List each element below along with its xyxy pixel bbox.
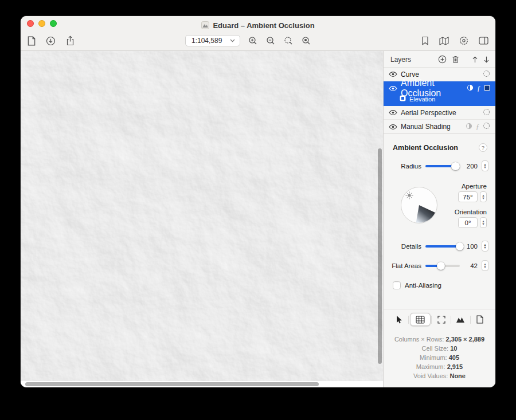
move-layer-down-button[interactable] (483, 56, 490, 64)
zoom-fit-icon (284, 36, 293, 45)
inspector-title: Ambient Occlusion (393, 144, 458, 152)
aperture-stepper[interactable]: ▲▼ (480, 191, 487, 202)
chevron-down-icon (230, 39, 235, 42)
histogram-button[interactable] (452, 313, 469, 326)
new-document-button[interactable] (28, 36, 36, 46)
orientation-stepper[interactable]: ▲▼ (480, 217, 487, 228)
details-slider[interactable] (425, 242, 460, 250)
pointer-tool-button[interactable] (390, 313, 408, 326)
window-content: Layers (21, 51, 495, 387)
desktop: { "window": { "title": "Eduard – Ambient… (0, 0, 516, 420)
toggle-sidebar-button[interactable] (479, 37, 488, 45)
zoom-fit-button[interactable] (284, 36, 293, 45)
visibility-eye-icon[interactable] (389, 85, 397, 92)
zoom-in-button[interactable] (248, 36, 257, 45)
ambient-occlusion-inspector: Ambient Occlusion ? Radius 200 ▲▼ (384, 134, 495, 297)
info-columns-rows: Columns × Rows: 2,305 × 2,889 (388, 335, 491, 344)
info-maximum: Maximum: 2,915 (388, 362, 491, 371)
toolbar: 1:104,589 (21, 31, 495, 50)
import-button[interactable] (46, 36, 56, 46)
add-layer-button[interactable] (438, 55, 447, 64)
shaded-relief-map[interactable] (21, 51, 383, 381)
anti-aliasing-label: Anti-Aliasing (405, 282, 441, 289)
layer-row-aerial-perspective[interactable]: Aerial Perspective (384, 106, 495, 120)
zoom-out-icon (266, 36, 275, 45)
page-icon (476, 315, 483, 324)
map-icon (439, 37, 449, 45)
arrow-up-icon (472, 56, 478, 64)
effects-icon[interactable]: ƒ (477, 85, 480, 92)
anti-aliasing-control: Anti-Aliasing (393, 281, 488, 289)
grid-tool-button[interactable] (410, 313, 431, 326)
minimize-button[interactable] (38, 20, 45, 27)
flat-areas-slider[interactable] (425, 261, 460, 270)
radius-stepper[interactable]: ▲▼ (482, 160, 488, 171)
info-void-values: Void Values: None (388, 371, 491, 380)
quality-seal-button[interactable] (459, 36, 468, 45)
window-title: Eduard – Ambient Occlusion (213, 21, 314, 30)
layer-label: Manual Shading (401, 123, 451, 131)
layer-label: Aerial Perspective (401, 109, 456, 117)
anti-aliasing-checkbox[interactable] (393, 281, 401, 289)
layer-row-manual-shading[interactable]: Manual Shading ƒ (384, 120, 495, 134)
layer-render-toggle-icon[interactable] (483, 108, 490, 117)
visibility-eye-icon[interactable] (389, 71, 397, 77)
bookmarks-button[interactable] (421, 36, 429, 45)
slider-thumb[interactable] (437, 262, 445, 270)
zoom-actual-icon (302, 36, 311, 45)
document-icon (28, 36, 36, 46)
share-button[interactable] (66, 36, 75, 46)
flat-areas-stepper[interactable]: ▲▼ (482, 260, 488, 271)
zoom-out-button[interactable] (266, 36, 275, 45)
layers-panel-title: Layers (390, 56, 411, 64)
traffic-lights (27, 20, 57, 27)
effects-icon[interactable]: ƒ (476, 123, 479, 130)
radius-slider[interactable] (425, 162, 460, 170)
mask-icon[interactable] (484, 83, 490, 93)
inspector-sidebar: Layers (383, 51, 495, 387)
scale-select[interactable]: 1:104,589 (185, 35, 240, 46)
map-viewport[interactable] (21, 51, 383, 387)
horizontal-scrollbar[interactable] (25, 382, 319, 386)
layer-row-ambient-occlusion[interactable]: Ambient Occlusion ƒ (384, 81, 495, 106)
aperture-dial[interactable] (400, 186, 439, 225)
window-title-group: Eduard – Ambient Occlusion (201, 18, 314, 30)
details-stepper[interactable]: ▲▼ (482, 241, 488, 252)
download-circle-icon (46, 36, 56, 46)
close-button[interactable] (27, 20, 34, 27)
visibility-eye-icon[interactable] (389, 109, 397, 116)
window-header: Eduard – Ambient Occlusion 1:104,589 (21, 16, 495, 51)
sun-icon[interactable] (405, 191, 413, 199)
view-mode-bar (384, 309, 495, 329)
metadata-button[interactable] (471, 313, 488, 326)
aperture-field[interactable]: 75° (458, 191, 478, 202)
scale-value: 1:104,589 (191, 37, 222, 45)
slider-thumb[interactable] (456, 242, 464, 251)
map-button[interactable] (439, 37, 449, 45)
flat-areas-label: Flat Areas (390, 262, 421, 269)
light-direction-control: Aperture 75° ▲▼ Orientation 0° ▲▼ (390, 182, 488, 228)
layer-label: Curve (401, 70, 419, 78)
contrast-icon[interactable] (466, 123, 472, 131)
slider-thumb[interactable] (451, 162, 460, 171)
trash-icon (452, 55, 459, 64)
visibility-eye-icon[interactable] (389, 124, 397, 130)
vertical-scrollbar[interactable] (378, 148, 382, 364)
delete-layer-button[interactable] (452, 55, 459, 64)
contrast-icon[interactable] (467, 83, 474, 93)
move-layer-up-button[interactable] (472, 56, 478, 64)
terrain-render (21, 51, 383, 381)
share-icon (66, 36, 75, 46)
app-window: Eduard – Ambient Occlusion 1:104,589 (21, 16, 495, 387)
zoom-actual-size-button[interactable] (302, 36, 311, 45)
radius-value: 200 (464, 163, 478, 170)
orientation-field[interactable]: 0° (458, 217, 478, 228)
expand-icon (437, 316, 445, 324)
layer-render-toggle-icon[interactable] (483, 70, 490, 79)
flat-areas-value: 42 (464, 262, 478, 269)
fullscreen-button[interactable] (50, 20, 57, 27)
layer-render-toggle-icon[interactable] (483, 122, 490, 131)
help-button[interactable]: ? (479, 143, 487, 152)
expand-view-button[interactable] (433, 313, 450, 326)
titlebar[interactable]: Eduard – Ambient Occlusion (21, 16, 495, 31)
